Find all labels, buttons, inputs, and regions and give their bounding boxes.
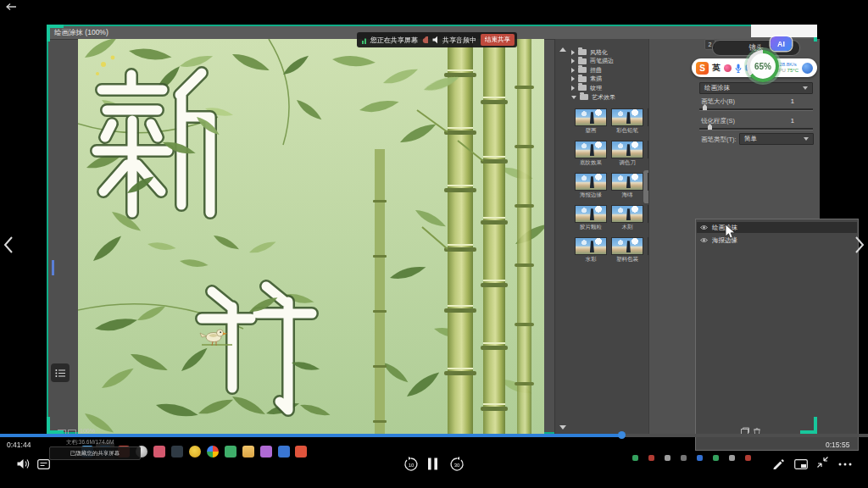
effect-select[interactable]: 绘画涂抹 [699, 82, 813, 94]
taskbar-chrome-icon[interactable] [207, 446, 219, 458]
performance-percent: 65% [747, 50, 779, 82]
annotate-pencil-button[interactable] [772, 458, 784, 469]
sogou-logo-icon[interactable]: S [696, 62, 709, 75]
skin-icon[interactable] [724, 64, 732, 72]
filter-preview [575, 237, 607, 255]
filter-thumb-film-grain[interactable]: 胶片颗粒 [573, 205, 609, 233]
expanded-icon [571, 96, 576, 99]
filter-group-brushstrokes[interactable]: 画笔描边 [571, 58, 614, 65]
taskbar-app-icon[interactable] [260, 446, 272, 458]
filter-preview [575, 173, 607, 191]
more-options-button[interactable] [838, 463, 852, 466]
filter-thumb-underpainting[interactable]: 底纹效果 [573, 141, 609, 169]
share-border-corner [47, 417, 50, 434]
pause-button[interactable] [427, 458, 438, 470]
prev-chevron-button[interactable] [3, 236, 14, 254]
filter-thumb-sponge[interactable]: 海绵 [609, 173, 645, 201]
shared-screen: 绘画涂抹 (100%) [47, 25, 817, 434]
filter-group-stylize[interactable]: 风格化 [571, 48, 608, 56]
microphone-icon[interactable] [735, 64, 742, 73]
effect-layers-box [695, 219, 859, 451]
folder-open-icon [580, 94, 588, 100]
svg-text:10: 10 [409, 463, 415, 468]
filter-group-artistic[interactable]: 艺术效果 [571, 93, 615, 101]
eye-icon[interactable] [700, 225, 708, 230]
brush-type-label: 画笔类型(T): [701, 136, 737, 144]
mini-scrollbar[interactable] [52, 260, 54, 275]
brush-size-label: 画笔大小(B) [701, 97, 735, 106]
brush-size-value[interactable]: 1 [776, 97, 794, 105]
filter-group-sketch[interactable]: 素描 [571, 75, 602, 83]
window-title: 绘画涂抹 (100%) [54, 28, 108, 38]
filter-thumb-plastic-wrap[interactable]: 塑料包装 [609, 237, 645, 265]
chevron-down-icon [803, 86, 808, 90]
eye-icon[interactable] [700, 237, 708, 243]
tray-icon[interactable] [745, 455, 751, 461]
folder-icon [578, 85, 587, 91]
scroll-up-icon[interactable] [559, 47, 566, 52]
tray-icon[interactable] [729, 455, 735, 461]
volume-icon[interactable] [17, 458, 30, 469]
taskbar-app-icon[interactable] [278, 446, 290, 458]
ime-mode-toggle[interactable]: 英 [712, 63, 721, 74]
next-chevron-button[interactable] [854, 236, 865, 254]
progress-bar-fill [0, 434, 622, 437]
tray-icon[interactable] [648, 455, 654, 461]
filter-thumb-colored-pencil[interactable]: 彩色铅笔 [609, 108, 645, 136]
taskbar-folder-icon[interactable] [242, 446, 254, 458]
cloud-icon [422, 36, 429, 44]
assistant-ball-icon[interactable] [802, 63, 813, 74]
elapsed-time: 0:41:44 [7, 441, 31, 449]
taskbar-app-icon[interactable] [225, 446, 236, 458]
filter-group-texture[interactable]: 纹理 [571, 84, 602, 92]
effect-layer-paint-daubs[interactable]: 绘画涂抹 [697, 222, 857, 233]
back-icon[interactable] [5, 3, 17, 11]
filter-preview [575, 141, 607, 158]
progress-handle[interactable] [618, 431, 626, 439]
tray-icon[interactable] [697, 455, 703, 461]
filter-preview [611, 141, 643, 158]
sharing-status-text: 您正在共享屏幕 [370, 36, 418, 45]
mouse-cursor [725, 225, 737, 240]
filter-thumb-fresco[interactable]: 壁画 [573, 108, 609, 136]
folder-icon [578, 49, 587, 55]
scroll-down-icon[interactable] [559, 425, 566, 430]
tray-icon[interactable] [665, 455, 670, 461]
taskbar-app-icon[interactable] [189, 446, 201, 458]
filter-preview [611, 205, 643, 223]
effect-layer-poster-edges[interactable]: 海报边缘 [697, 235, 857, 246]
performance-gauge[interactable]: 65% [747, 50, 779, 82]
tray-icon[interactable] [681, 455, 687, 461]
collapsed-toolbar-button[interactable] [51, 363, 70, 382]
sharpness-slider[interactable] [699, 128, 813, 130]
collapsed-icon [571, 86, 575, 91]
tray-icon[interactable] [632, 455, 638, 461]
pip-button[interactable] [794, 459, 808, 469]
canvas-preview[interactable] [78, 39, 544, 434]
filter-thumb-watercolor[interactable]: 水彩 [573, 237, 609, 265]
filter-thumb-cutout[interactable]: 木刻 [609, 205, 645, 233]
stop-share-button[interactable]: 结束共享 [481, 34, 515, 46]
document-info: 文档:36.6M/174.6M [66, 439, 114, 446]
audio-share-text: 共享音频中 [442, 36, 476, 45]
skip-forward-30-button[interactable]: 30 [449, 457, 465, 472]
zoom-level[interactable]: 100% [80, 428, 95, 434]
filter-preview [575, 205, 607, 223]
filter-group-distort[interactable]: 扭曲 [571, 66, 602, 74]
tray-icon[interactable] [713, 455, 719, 461]
skip-back-10-button[interactable]: 10 [403, 457, 419, 472]
exit-fullscreen-button[interactable] [816, 456, 829, 469]
sharpness-value[interactable]: 1 [776, 117, 794, 125]
taskbar-app-icon[interactable] [153, 446, 165, 458]
filter-preview [611, 173, 643, 191]
brush-type-select[interactable]: 简单 [739, 133, 814, 145]
taskbar-app-icon[interactable] [295, 446, 307, 458]
ai-badge-button[interactable]: AI [771, 36, 792, 51]
danmaku-toggle-icon[interactable] [37, 459, 50, 469]
filter-thumb-palette-knife[interactable]: 调色刀 [609, 141, 645, 169]
signal-bars-icon [362, 36, 366, 44]
filter-thumb-poster-edges[interactable]: 海报边缘 [573, 173, 609, 201]
share-border-corner [814, 417, 817, 434]
brush-size-slider[interactable] [699, 108, 813, 111]
taskbar-app-icon[interactable] [171, 446, 183, 458]
